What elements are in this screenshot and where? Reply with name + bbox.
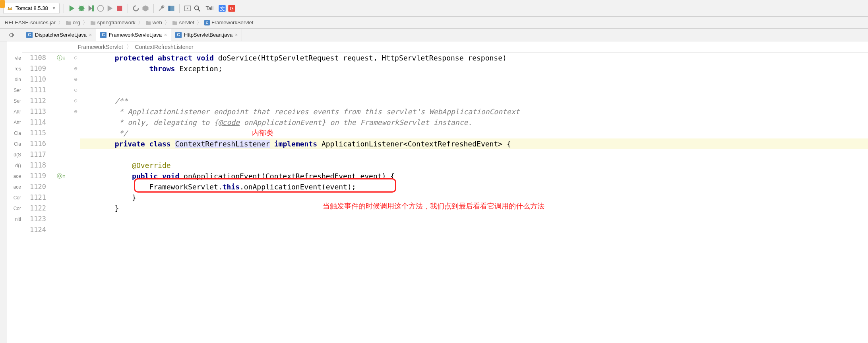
outline-item[interactable]: Cla xyxy=(7,128,22,138)
outline-item[interactable]: Attr xyxy=(7,117,22,128)
code-body[interactable]: 1108110911101111111211131114111511161117… xyxy=(22,53,868,343)
line-number: 1116 xyxy=(22,138,46,149)
breadcrumb-pkg[interactable]: servlet xyxy=(170,19,196,25)
tab-label: DispatcherServlet.java xyxy=(35,32,87,38)
line-number: 1109 xyxy=(22,63,46,74)
gutter-marker: ⓞ↑ xyxy=(51,171,72,181)
annotation-inner-class: 内部类 xyxy=(252,128,273,138)
outline-item[interactable]: Attr xyxy=(7,106,22,117)
code-line[interactable] xyxy=(80,74,868,85)
outline-item[interactable]: ace xyxy=(7,181,22,192)
outline-item[interactable]: Ser xyxy=(7,95,22,106)
back-button[interactable] xyxy=(184,4,192,12)
fold-marker[interactable]: ⊖ xyxy=(72,74,80,85)
breadcrumb-jar[interactable]: RELEASE-sources.jar xyxy=(3,19,57,25)
folder-icon xyxy=(90,20,96,25)
line-number: 1113 xyxy=(22,106,46,117)
close-icon[interactable]: × xyxy=(235,32,238,38)
breadcrumb-pkg[interactable]: org xyxy=(64,19,82,25)
code-line[interactable] xyxy=(80,85,868,95)
svg-point-1 xyxy=(11,7,12,8)
gutter-marker xyxy=(51,192,72,203)
outline-item[interactable]: d() xyxy=(7,160,22,171)
outline-item[interactable]: niti xyxy=(7,214,22,224)
breadcrumb-pkg[interactable]: springframework xyxy=(89,19,137,25)
code-line[interactable]: * ApplicationListener endpoint that rece… xyxy=(80,106,868,117)
breadcrumb-class-name[interactable]: FrameworkServlet xyxy=(78,44,123,50)
fold-marker[interactable]: ⊖ xyxy=(72,106,80,117)
breadcrumb-pkg[interactable]: web xyxy=(144,19,164,25)
outline-item[interactable]: ace xyxy=(7,171,22,181)
code-line[interactable]: private class ContextRefreshListener imp… xyxy=(80,138,868,149)
outline-item[interactable]: Ser xyxy=(7,85,22,95)
code-line[interactable]: @Override xyxy=(80,160,868,171)
annotation-highlight-box xyxy=(134,178,396,193)
run-config-label: Tomcat 8.5.38 xyxy=(15,5,48,11)
outline-item[interactable]: Cor xyxy=(7,192,22,203)
gutter-marker xyxy=(51,128,72,138)
folder-icon xyxy=(145,20,151,25)
code-line[interactable]: */ xyxy=(80,128,868,138)
wrench-icon[interactable] xyxy=(158,4,166,12)
code-content[interactable]: 内部类 当触发事件的时候调用这个方法，我们点到最后看看它调用的什么方法 prot… xyxy=(80,53,868,343)
editor-area: vleresdinSerSerAttrAttrClaClad(Sd()aceac… xyxy=(0,41,868,343)
update-button[interactable] xyxy=(132,4,140,12)
gutter-marker xyxy=(51,138,72,149)
fold-marker[interactable]: ⊖ xyxy=(72,95,80,106)
run-button[interactable] xyxy=(68,4,76,12)
translate-alt-icon[interactable]: G xyxy=(228,4,236,12)
folder-icon xyxy=(66,20,71,25)
profile-button[interactable] xyxy=(97,4,105,12)
lock-icon xyxy=(0,0,5,8)
editor-tab[interactable]: CFrameworkServlet.java× xyxy=(96,29,171,41)
main-toolbar: Tomcat 8.5.38 ▼ Tail 文 G xyxy=(0,0,868,17)
fold-marker[interactable]: ⊖ xyxy=(72,63,80,74)
close-icon[interactable]: × xyxy=(164,32,167,38)
code-line[interactable]: * only, delegating to {@code onApplicati… xyxy=(80,117,868,128)
gutter-marker xyxy=(51,181,72,192)
implements-icon[interactable]: ⓘ↓ xyxy=(57,55,66,61)
folder-icon xyxy=(172,20,178,25)
fold-marker[interactable]: ⊖ xyxy=(72,85,80,95)
outline-item[interactable]: d(S xyxy=(7,149,22,160)
code-line[interactable] xyxy=(80,224,868,235)
editor-settings[interactable] xyxy=(0,29,22,41)
outline-item[interactable]: Cla xyxy=(7,138,22,149)
outline-item[interactable]: vle xyxy=(7,53,22,63)
annotation-trigger-comment: 当触发事件的时候调用这个方法，我们点到最后看看它调用的什么方法 xyxy=(323,201,544,212)
breadcrumb-member-name[interactable]: ContextRefreshListener xyxy=(135,44,194,50)
gutter-marker xyxy=(51,160,72,171)
search-button[interactable] xyxy=(193,4,201,12)
code-line[interactable] xyxy=(80,214,868,224)
line-number: 1108 xyxy=(22,53,46,63)
line-number: 1121 xyxy=(22,192,46,203)
outline-item[interactable]: din xyxy=(7,74,22,85)
breadcrumb-class[interactable]: CFrameworkServlet xyxy=(203,19,255,25)
close-icon[interactable]: × xyxy=(89,32,92,38)
line-number: 1111 xyxy=(22,85,46,95)
code-line[interactable]: throws Exception; xyxy=(80,63,868,74)
svg-point-9 xyxy=(194,6,198,10)
code-line[interactable]: /** xyxy=(80,95,868,106)
attach-button[interactable] xyxy=(106,4,114,12)
gutter-marker xyxy=(51,63,72,74)
code-breadcrumb: FrameworkServlet 〉 ContextRefreshListene… xyxy=(22,41,868,53)
code-line[interactable] xyxy=(80,149,868,160)
svg-rect-5 xyxy=(117,6,122,11)
code-line[interactable]: protected abstract void doService(HttpSe… xyxy=(80,53,868,63)
run-configuration-selector[interactable]: Tomcat 8.5.38 ▼ xyxy=(3,3,60,14)
editor-tab[interactable]: CHttpServletBean.java× xyxy=(171,29,242,41)
outline-item[interactable]: res xyxy=(7,63,22,74)
fold-marker[interactable]: ⊖ xyxy=(72,53,80,63)
gutter-marker xyxy=(51,74,72,85)
outline-item[interactable]: Cor xyxy=(7,203,22,214)
box-icon[interactable] xyxy=(141,4,149,12)
run-coverage-button[interactable] xyxy=(87,4,95,12)
override-icon[interactable]: ⓞ↑ xyxy=(57,173,66,179)
project-structure-icon[interactable] xyxy=(167,4,175,12)
debug-button[interactable] xyxy=(78,4,85,12)
stop-button[interactable] xyxy=(116,4,124,12)
editor-tab[interactable]: CDispatcherServlet.java× xyxy=(22,29,96,41)
tab-label: HttpServletBean.java xyxy=(184,32,232,38)
translate-icon[interactable]: 文 xyxy=(218,4,226,12)
